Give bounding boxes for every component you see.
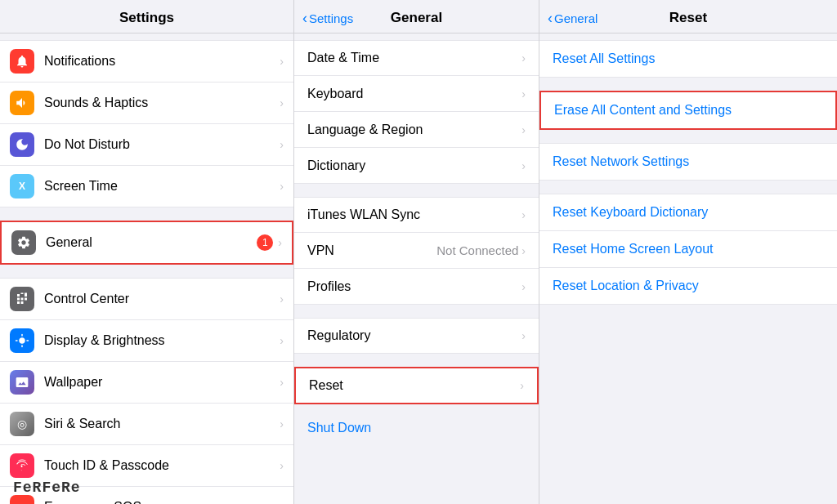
col2-item-dictionary[interactable]: Dictionary › [294,148,539,184]
general-label: General [46,235,257,250]
col3-reset: ‹ General Reset Reset All Settings Erase… [539,0,837,504]
screentime-chevron: › [280,180,284,193]
sos-label: Emergency SOS [44,500,280,504]
col2-group2: iTunes WLAN Sync › VPN Not Connected › P… [294,197,539,305]
col2-back-link[interactable]: ‹ Settings [302,10,353,27]
wallpaper-chevron: › [280,376,284,389]
siri-icon: ◎ [10,412,34,436]
screentime-icon: X [10,174,34,198]
touchid-icon [10,453,34,478]
col2-item-itunes[interactable]: iTunes WLAN Sync › [294,197,539,233]
col2-title: General [391,10,442,26]
col2-gap3 [294,354,539,360]
watermark: FeRFeRe [13,479,81,496]
settings-item-screentime[interactable]: X Screen Time › [0,166,293,207]
settings-item-sounds[interactable]: Sounds & Haptics › [0,83,293,124]
col2-general: ‹ Settings General Date & Time › Keyboar… [294,0,539,504]
col1-title: Settings [119,10,174,26]
col1-group3: Control Center › Display & Brightness › … [0,278,293,504]
col2-gap1 [294,184,539,190]
col3-gap1 [539,78,837,84]
settings-item-general[interactable]: General 1 › [0,221,293,265]
sounds-label: Sounds & Haptics [44,96,280,110]
sos-icon: SOS [10,495,34,504]
col3-title: Reset [669,10,707,26]
col2-item-shutdown[interactable]: Shut Down [294,411,539,445]
general-badge: 1 [257,234,273,251]
control-center-icon [10,287,34,311]
touchid-label: Touch ID & Passcode [44,458,280,473]
sounds-icon [10,91,34,115]
settings-item-control-center[interactable]: Control Center › [0,278,293,320]
dnd-icon [10,132,34,157]
col2-item-reset[interactable]: Reset › [294,367,539,404]
col3-group4: Reset Keyboard Dictionary Reset Home Scr… [539,194,837,305]
col2-item-vpn[interactable]: VPN Not Connected › [294,233,539,269]
notifications-label: Notifications [44,54,280,69]
dnd-chevron: › [280,138,284,151]
siri-label: Siri & Search [44,417,280,431]
col2-gap2 [294,305,539,311]
screentime-label: Screen Time [44,179,280,194]
col1-group2: General 1 › [0,221,293,265]
col2-scroll: Date & Time › Keyboard › Language & Regi… [294,33,539,504]
col2-back-label: Settings [309,11,353,25]
col1-group1: Notifications › Sounds & Haptics › Do No… [0,40,293,207]
notifications-icon [10,49,34,74]
col2-group1: Date & Time › Keyboard › Language & Regi… [294,40,539,184]
control-center-label: Control Center [44,292,280,306]
col3-gap2 [539,130,837,136]
settings-item-notifications[interactable]: Notifications › [0,40,293,83]
general-icon [11,230,36,255]
col1-scroll: Notifications › Sounds & Haptics › Do No… [0,33,293,504]
col3-back-label: General [554,11,598,25]
col3-item-reset-home[interactable]: Reset Home Screen Layout [539,231,837,268]
col3-scroll: Reset All Settings Erase All Content and… [539,33,837,504]
display-label: Display & Brightness [44,333,280,348]
col2-item-language[interactable]: Language & Region › [294,112,539,148]
col2-item-keyboard[interactable]: Keyboard › [294,76,539,112]
general-chevron: › [278,236,282,249]
siri-chevron: › [280,417,284,430]
col2-item-profiles[interactable]: Profiles › [294,269,539,305]
settings-item-siri[interactable]: ◎ Siri & Search › [0,404,293,445]
col1-gap1 [0,207,293,214]
col3-item-erase-all[interactable]: Erase All Content and Settings [539,91,837,130]
col3-item-reset-location[interactable]: Reset Location & Privacy [539,268,837,305]
settings-item-dnd[interactable]: Do Not Disturb › [0,124,293,166]
col3-group2: Erase All Content and Settings [539,91,837,130]
touchid-chevron: › [280,459,284,472]
wallpaper-label: Wallpaper [44,375,280,390]
col3-item-reset-network[interactable]: Reset Network Settings [539,143,837,181]
display-icon [10,328,34,353]
col2-header: ‹ Settings General [294,0,539,33]
control-center-chevron: › [280,292,284,306]
col2-gap4 [294,404,539,411]
settings-item-display[interactable]: Display & Brightness › [0,320,293,362]
col3-back-chevron: ‹ [548,10,553,27]
col1-header: Settings [0,0,293,33]
settings-item-wallpaper[interactable]: Wallpaper › [0,362,293,404]
col3-item-reset-keyboard[interactable]: Reset Keyboard Dictionary [539,194,837,231]
col3-header: ‹ General Reset [539,0,837,33]
notifications-chevron: › [280,55,284,68]
sos-chevron: › [280,501,284,504]
col1-settings: Settings Notifications › Sounds & Haptic… [0,0,294,504]
col3-gap3 [539,181,837,187]
col3-group3: Reset Network Settings [539,143,837,181]
col2-group3: Regulatory › [294,318,539,354]
main-container: Settings Notifications › Sounds & Haptic… [0,0,837,504]
col3-group1: Reset All Settings [539,40,837,78]
display-chevron: › [280,334,284,347]
col1-gap2 [0,265,293,271]
col3-back-link[interactable]: ‹ General [548,10,598,27]
col2-back-chevron: ‹ [302,10,307,27]
col2-group4: Reset › [294,367,539,404]
wallpaper-icon [10,370,34,395]
col2-item-regulatory[interactable]: Regulatory › [294,318,539,354]
col3-item-reset-all[interactable]: Reset All Settings [539,40,837,78]
col2-item-date-time[interactable]: Date & Time › [294,40,539,76]
dnd-label: Do Not Disturb [44,137,280,152]
sounds-chevron: › [280,96,284,109]
